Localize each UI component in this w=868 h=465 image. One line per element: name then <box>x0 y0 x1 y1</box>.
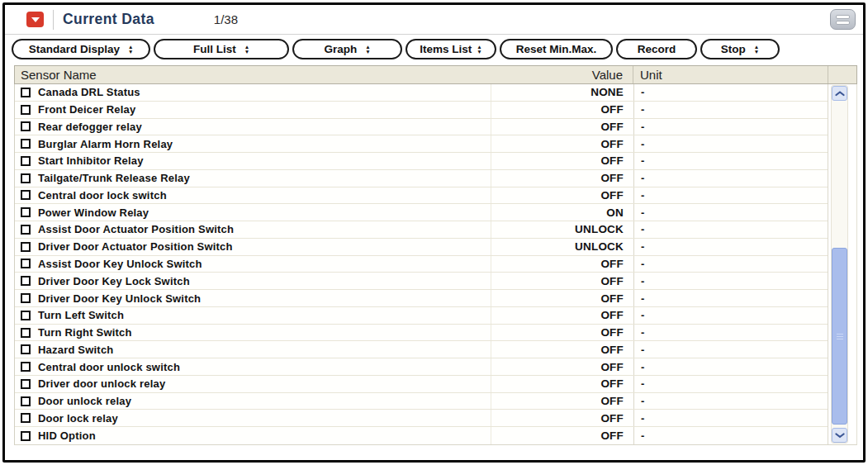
scrollbar-track[interactable] <box>832 101 847 428</box>
sensor-value: OFF <box>491 102 633 118</box>
vertical-scrollbar[interactable] <box>831 85 848 444</box>
record-button[interactable]: Record <box>616 39 697 59</box>
table-row[interactable]: Canada DRL Status NONE - <box>15 84 828 102</box>
row-checkbox[interactable] <box>21 207 31 217</box>
row-checkbox[interactable] <box>21 105 31 115</box>
scrollbar-strip <box>828 84 856 444</box>
spin-arrows-icon: ▲▼ <box>477 45 481 54</box>
sensor-value: OFF <box>491 119 633 135</box>
table-row[interactable]: Turn Left Switch OFF - <box>15 307 828 325</box>
table-row[interactable]: Driver Door Key Unlock Switch OFF - <box>15 290 828 307</box>
table-row[interactable]: Rear defogger relay OFF - <box>15 119 828 136</box>
table-row[interactable]: Power Window Relay ON - <box>15 204 828 221</box>
row-checkbox[interactable] <box>21 121 31 131</box>
table-row[interactable]: Turn Right Switch OFF - <box>15 325 828 342</box>
sensor-value: OFF <box>491 358 633 375</box>
row-checkbox[interactable] <box>21 311 31 320</box>
standard-display-button[interactable]: Standard Display▲▼ <box>12 39 150 59</box>
table-row[interactable]: Assist Door Actuator Position Switch UNL… <box>15 221 828 239</box>
sensor-unit: - <box>633 187 828 204</box>
button-label: Stop <box>721 43 746 55</box>
row-checkbox[interactable] <box>21 242 31 252</box>
row-checkbox[interactable] <box>21 328 31 338</box>
table-rows: Canada DRL Status NONE - Front Deicer Re… <box>15 84 828 444</box>
printer-icon[interactable] <box>830 9 856 30</box>
sensor-value: NONE <box>491 84 633 101</box>
sensor-value: UNLOCK <box>491 221 633 238</box>
toolbar: Standard Display▲▼Full List▲▼Graph▲▼Item… <box>5 39 863 59</box>
sensor-unit: - <box>633 84 828 101</box>
table-row[interactable]: Driver Door Key Lock Switch OFF - <box>15 273 828 290</box>
row-checkbox[interactable] <box>21 431 31 441</box>
sensor-name: Power Window Relay <box>38 206 149 219</box>
title-rule <box>5 34 863 35</box>
printer-slot <box>836 21 850 25</box>
current-data-window: Current Data 1/38 Standard Display▲▼Full… <box>2 2 866 463</box>
sensor-value: OFF <box>491 410 633 426</box>
title-bar: Current Data 1/38 <box>5 5 863 34</box>
stop-button[interactable]: Stop▲▼ <box>700 39 780 59</box>
row-checkbox[interactable] <box>21 259 31 268</box>
column-header-spacer <box>828 66 856 83</box>
down-arrow-icon <box>31 17 40 22</box>
scroll-down-button[interactable] <box>832 428 847 443</box>
sensor-value: OFF <box>491 376 633 392</box>
sensor-value: OFF <box>491 290 633 306</box>
row-checkbox[interactable] <box>21 413 31 423</box>
sensor-unit: - <box>633 427 828 444</box>
row-checkbox[interactable] <box>21 139 31 149</box>
table-row[interactable]: Assist Door Key Unlock Switch OFF - <box>15 256 828 273</box>
table-row[interactable]: Hazard Switch OFF - <box>15 341 828 358</box>
row-checkbox[interactable] <box>21 344 31 354</box>
scroll-up-button[interactable] <box>832 86 847 101</box>
sensor-value: ON <box>491 204 633 221</box>
row-checkbox[interactable] <box>21 225 31 235</box>
sensor-name: Rear defogger relay <box>38 121 142 133</box>
table-row[interactable]: Burglar Alarm Horn Relay OFF - <box>15 135 828 153</box>
table-row[interactable]: Tailgate/Trunk Release Relay OFF - <box>15 170 828 187</box>
table-row[interactable]: Door unlock relay OFF - <box>15 393 828 410</box>
row-checkbox[interactable] <box>21 190 31 200</box>
sensor-name: Driver Door Key Unlock Switch <box>38 292 201 305</box>
full-list-button[interactable]: Full List▲▼ <box>154 39 289 59</box>
table-row[interactable]: Door lock relay OFF - <box>15 410 828 427</box>
row-checkbox[interactable] <box>21 379 31 389</box>
sensor-unit: - <box>633 239 828 255</box>
graph-button[interactable]: Graph▲▼ <box>292 39 402 59</box>
sensor-value: OFF <box>491 170 633 187</box>
sensor-unit: - <box>633 358 828 375</box>
printer-slot <box>836 15 850 19</box>
spin-arrows-icon: ▲▼ <box>365 45 370 54</box>
row-checkbox[interactable] <box>21 362 31 372</box>
table-row[interactable]: Central door unlock switch OFF - <box>15 358 828 376</box>
spin-arrows-icon: ▲▼ <box>128 45 133 54</box>
table-row[interactable]: Front Deicer Relay OFF - <box>15 102 828 119</box>
row-checkbox[interactable] <box>21 293 31 303</box>
table-row[interactable]: Driver Door Actuator Position Switch UNL… <box>15 239 828 256</box>
scrollbar-thumb[interactable] <box>832 248 847 425</box>
page-title: Current Data <box>63 11 154 28</box>
sensor-name: Start Inhibitor Relay <box>38 154 144 167</box>
row-checkbox[interactable] <box>21 88 31 97</box>
sensor-value: OFF <box>491 273 633 289</box>
table-row[interactable]: Central door lock switch OFF - <box>15 187 828 205</box>
sensor-unit: - <box>633 341 828 358</box>
items-list-button[interactable]: Items List▲▼ <box>406 39 496 59</box>
sensor-unit: - <box>633 221 828 238</box>
reset-min-max-button[interactable]: Reset Min.Max. <box>500 39 613 59</box>
sensor-name: Turn Right Switch <box>38 326 132 339</box>
row-checkbox[interactable] <box>21 276 31 286</box>
sensor-value: OFF <box>491 341 633 358</box>
table-row[interactable]: Driver door unlock relay OFF - <box>15 376 828 393</box>
row-checkbox[interactable] <box>21 396 31 406</box>
row-checkbox[interactable] <box>21 156 31 166</box>
row-checkbox[interactable] <box>21 173 31 183</box>
sensor-name: Burglar Alarm Horn Relay <box>38 138 173 150</box>
sensor-name: Door lock relay <box>38 412 118 425</box>
sensor-value: OFF <box>491 325 633 341</box>
red-dropdown-icon[interactable] <box>26 12 44 27</box>
sensor-name: Driver Door Actuator Position Switch <box>38 240 233 253</box>
table-body: Canada DRL Status NONE - Front Deicer Re… <box>14 84 857 445</box>
table-row[interactable]: HID Option OFF - <box>15 427 828 444</box>
table-row[interactable]: Start Inhibitor Relay OFF - <box>15 153 828 170</box>
